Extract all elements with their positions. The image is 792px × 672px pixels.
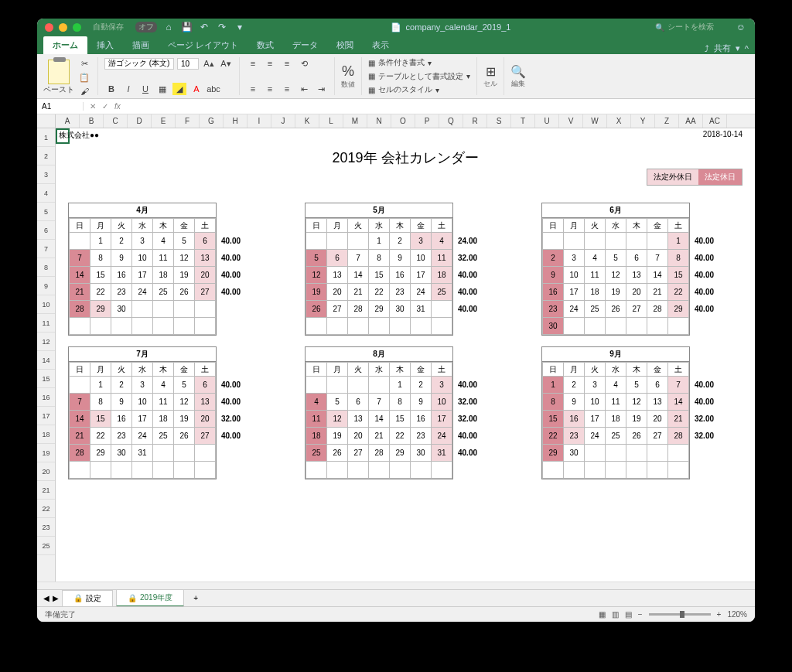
prev-sheet-icon[interactable]: ◀ bbox=[43, 594, 50, 602]
calendar-day[interactable]: 12 bbox=[606, 267, 626, 284]
calendar-day[interactable] bbox=[348, 233, 369, 250]
chevron-down-icon[interactable]: ▾ bbox=[736, 43, 740, 53]
calendar-day[interactable] bbox=[432, 462, 452, 479]
calendar-day[interactable] bbox=[306, 462, 327, 479]
calendar-day[interactable] bbox=[411, 462, 432, 479]
calendar-day[interactable]: 24 bbox=[132, 428, 153, 445]
calendar-day[interactable] bbox=[111, 462, 132, 479]
calendar-day[interactable]: 6 bbox=[348, 394, 369, 411]
col-header[interactable]: V bbox=[559, 114, 583, 128]
calendar-day[interactable] bbox=[626, 462, 647, 479]
calendar-day[interactable]: 12 bbox=[327, 411, 348, 428]
calendar-day[interactable] bbox=[369, 377, 390, 394]
insert-cells-icon[interactable]: ⊞ bbox=[486, 64, 496, 79]
border-icon[interactable]: ▦ bbox=[155, 83, 169, 95]
increase-font-icon[interactable]: A▴ bbox=[202, 57, 216, 70]
decrease-font-icon[interactable]: A▾ bbox=[219, 57, 233, 70]
calendar-day[interactable]: 24 bbox=[585, 428, 606, 445]
calendar-day[interactable]: 27 bbox=[647, 428, 668, 445]
calendar-day[interactable]: 29 bbox=[668, 301, 689, 318]
calendar-day[interactable] bbox=[306, 377, 327, 394]
calendar-day[interactable] bbox=[647, 318, 668, 335]
calendar-day[interactable] bbox=[564, 462, 585, 479]
calendar-day[interactable]: 16 bbox=[543, 284, 564, 301]
next-sheet-icon[interactable]: ▶ bbox=[53, 594, 59, 602]
col-header[interactable]: K bbox=[295, 114, 319, 128]
calendar-day[interactable]: 14 bbox=[668, 394, 689, 411]
calendar-day[interactable]: 22 bbox=[369, 284, 390, 301]
col-header[interactable]: L bbox=[319, 114, 343, 128]
calendar-day[interactable]: 29 bbox=[90, 301, 111, 318]
calendar-day[interactable]: 31 bbox=[132, 445, 153, 462]
calendar-day[interactable] bbox=[327, 233, 348, 250]
format-painter-icon[interactable]: 🖌 bbox=[77, 85, 91, 97]
share-label[interactable]: 共有 bbox=[714, 43, 731, 54]
calendar-day[interactable]: 14 bbox=[647, 267, 668, 284]
calendar-day[interactable] bbox=[153, 445, 174, 462]
calendar-day[interactable]: 28 bbox=[647, 301, 668, 318]
calendar-day[interactable]: 19 bbox=[606, 284, 626, 301]
calendar-day[interactable] bbox=[432, 318, 452, 335]
view-normal-icon[interactable]: ▦ bbox=[599, 610, 606, 619]
calendar-day[interactable]: 11 bbox=[153, 394, 174, 411]
calendar-day[interactable]: 1 bbox=[369, 233, 390, 250]
col-header[interactable]: D bbox=[128, 114, 152, 128]
calendar-day[interactable]: 21 bbox=[369, 428, 390, 445]
calendar-day[interactable]: 10 bbox=[432, 394, 452, 411]
calendar-day[interactable]: 1 bbox=[90, 233, 111, 250]
calendar-day[interactable] bbox=[390, 318, 411, 335]
calendar-day[interactable]: 30 bbox=[543, 318, 564, 335]
zoom-in-icon[interactable]: + bbox=[717, 610, 722, 619]
calendar-day[interactable]: 17 bbox=[432, 411, 452, 428]
row-header[interactable]: 9 bbox=[37, 277, 55, 295]
calendar-day[interactable]: 24 bbox=[132, 284, 153, 301]
calendar-day[interactable]: 29 bbox=[390, 445, 411, 462]
view-pagebreak-icon[interactable]: ▤ bbox=[625, 610, 632, 619]
calendar-day[interactable] bbox=[70, 462, 90, 479]
calendar-day[interactable] bbox=[369, 462, 390, 479]
calendar-day[interactable]: 5 bbox=[306, 250, 327, 267]
calendar-day[interactable]: 12 bbox=[306, 267, 327, 284]
font-name-select[interactable] bbox=[104, 58, 174, 70]
calendar-day[interactable]: 15 bbox=[390, 411, 411, 428]
calendar-day[interactable]: 20 bbox=[195, 411, 216, 428]
calendar-day[interactable] bbox=[153, 462, 174, 479]
calendar-day[interactable]: 18 bbox=[606, 411, 626, 428]
calendar-day[interactable]: 14 bbox=[70, 267, 90, 284]
col-header[interactable]: N bbox=[367, 114, 391, 128]
italic-icon[interactable]: I bbox=[121, 83, 135, 95]
calendar-day[interactable]: 12 bbox=[174, 394, 195, 411]
calendar-day[interactable]: 6 bbox=[647, 377, 668, 394]
calendar-day[interactable]: 13 bbox=[195, 250, 216, 267]
calendar-day[interactable]: 10 bbox=[411, 250, 432, 267]
calendar-day[interactable]: 14 bbox=[348, 267, 369, 284]
calendar-day[interactable]: 27 bbox=[626, 301, 647, 318]
name-box[interactable]: A1 bbox=[37, 102, 84, 111]
align-top-icon[interactable]: ≡ bbox=[246, 57, 260, 70]
calendar-day[interactable]: 11 bbox=[432, 250, 452, 267]
calendar-day[interactable]: 29 bbox=[90, 445, 111, 462]
calendar-day[interactable]: 28 bbox=[70, 301, 90, 318]
calendar-day[interactable] bbox=[585, 318, 606, 335]
col-header[interactable]: P bbox=[415, 114, 439, 128]
col-header[interactable]: C bbox=[104, 114, 128, 128]
col-header[interactable]: A bbox=[56, 114, 80, 128]
calendar-day[interactable] bbox=[606, 233, 626, 250]
calendar-day[interactable] bbox=[174, 445, 195, 462]
calendar-day[interactable]: 25 bbox=[606, 428, 626, 445]
calendar-day[interactable]: 8 bbox=[390, 394, 411, 411]
calendar-day[interactable]: 7 bbox=[70, 394, 90, 411]
table-format-icon[interactable]: ▦ bbox=[368, 72, 375, 80]
copy-icon[interactable]: 📋 bbox=[77, 71, 91, 84]
save-icon[interactable]: 💾 bbox=[180, 21, 193, 33]
calendar-day[interactable]: 4 bbox=[153, 377, 174, 394]
tab-formulas[interactable]: 数式 bbox=[248, 36, 283, 54]
col-header[interactable]: W bbox=[583, 114, 607, 128]
col-header[interactable]: AC bbox=[703, 114, 727, 128]
calendar-day[interactable]: 18 bbox=[585, 284, 606, 301]
close-icon[interactable] bbox=[45, 23, 53, 32]
share-icon[interactable]: ⤴ bbox=[705, 44, 709, 53]
calendar-day[interactable]: 26 bbox=[606, 301, 626, 318]
col-header[interactable]: Y bbox=[631, 114, 655, 128]
format-table-label[interactable]: テーブルとして書式設定 bbox=[378, 71, 463, 82]
